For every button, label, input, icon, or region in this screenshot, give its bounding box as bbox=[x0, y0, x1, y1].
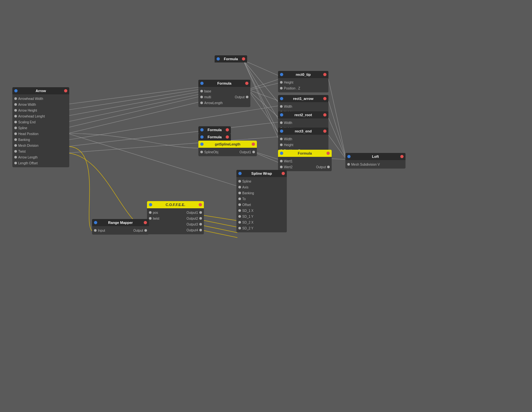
formula-yellow-node[interactable]: Formula Wert1 Wert2 Output bbox=[278, 150, 332, 171]
formula-yellow-left-dot bbox=[280, 152, 283, 155]
port-dot bbox=[280, 166, 283, 168]
splinewrap-title: Spline Wrap bbox=[242, 172, 282, 175]
loft-node[interactable]: Loft Mesh Subdivision V bbox=[345, 153, 406, 169]
loft-port-mesh-subdivision-v: Mesh Subdivision V bbox=[345, 161, 406, 167]
svg-line-8 bbox=[248, 89, 279, 133]
rect3-end-left-dot bbox=[280, 130, 283, 133]
getsplinelength-node[interactable]: getSplineLength SplineObj Output1 bbox=[198, 141, 257, 156]
splinewrap-node[interactable]: Spline Wrap Spline Axis Banking To bbox=[236, 170, 287, 232]
arrow-title: Arrow bbox=[18, 89, 64, 93]
rect3-end-title: rect3_end bbox=[283, 129, 323, 133]
port-dot bbox=[94, 229, 97, 232]
rect2-root-title: rect2_root bbox=[283, 113, 323, 117]
port-dot bbox=[149, 211, 152, 214]
arrow-right-dot bbox=[64, 89, 67, 92]
coffee-right-dot bbox=[199, 203, 202, 206]
formula-yellow-body: Wert1 Wert2 Output bbox=[278, 157, 332, 171]
svg-line-24 bbox=[200, 215, 237, 221]
rangemapper-right-dot bbox=[144, 221, 147, 224]
port-dot bbox=[14, 121, 17, 123]
formula-top-left-dot bbox=[217, 57, 220, 61]
rangemapper-node[interactable]: Range Mapper Input Output bbox=[92, 219, 149, 235]
arrow-node[interactable]: Arrow Arrowhead Width Arrow Width Arrow … bbox=[12, 87, 69, 167]
arrow-port-arrow-height: Arrow Height bbox=[12, 107, 69, 113]
arrow-body: Arrowhead Width Arrow Width Arrow Height… bbox=[12, 94, 69, 167]
rect1-arrow-left-dot bbox=[280, 97, 283, 100]
formula-top-title: Formula bbox=[220, 57, 242, 61]
rect2-root-header: rect2_root bbox=[278, 111, 328, 118]
rect0-tip-right-dot bbox=[323, 73, 326, 76]
svg-line-4 bbox=[68, 97, 199, 128]
port-dot bbox=[238, 203, 241, 206]
loft-body: Mesh Subdivision V bbox=[345, 160, 406, 169]
port-dot bbox=[200, 90, 203, 92]
loft-title: Loft bbox=[351, 155, 400, 158]
rect1-arrow-title: rect1_arrow bbox=[283, 97, 323, 101]
formula-top-header: Formula bbox=[215, 55, 247, 62]
splinewrap-port-banking: Banking bbox=[236, 190, 287, 196]
port-dot bbox=[238, 215, 241, 218]
arrow-port-spline: Spline bbox=[12, 125, 69, 131]
splinewrap-port-spline: Spline bbox=[236, 178, 287, 184]
port-dot bbox=[347, 163, 350, 166]
getsplinelength-title: getSplineLength bbox=[204, 143, 252, 146]
splinewrap-right-dot bbox=[282, 172, 285, 175]
coffee-header: C.O.F.F.E.E. bbox=[147, 201, 204, 208]
getsplinelength-header: getSplineLength bbox=[198, 141, 257, 148]
coffee-body: pos Output1 twist Output2 Output3 bbox=[147, 208, 204, 234]
arrow-left-dot bbox=[14, 89, 18, 92]
rect3-end-right-dot bbox=[323, 130, 326, 133]
formula-a-node[interactable]: Formula bbox=[198, 126, 231, 133]
formula-mid-node[interactable]: Formula base multi Output bbox=[198, 80, 250, 107]
port-dot bbox=[238, 186, 241, 188]
rect3-port-width: Width bbox=[278, 136, 328, 142]
formula-yellow-right-dot bbox=[326, 152, 330, 155]
rect0-port-height: Height bbox=[278, 79, 328, 85]
coffee-node[interactable]: C.O.F.F.E.E. pos Output1 twist bbox=[147, 201, 204, 234]
rect2-root-right-dot bbox=[323, 113, 326, 117]
arrow-port-length-offset: Length Offset bbox=[12, 160, 69, 166]
port-dot bbox=[200, 151, 203, 153]
formula-mid-port-multi: multi Output bbox=[198, 94, 250, 100]
rect0-tip-body: Height Position . Z bbox=[278, 78, 328, 92]
rect3-port-height: Height bbox=[278, 142, 328, 148]
port-dot bbox=[200, 96, 203, 98]
formula-top-node[interactable]: Formula bbox=[215, 55, 247, 62]
port-dot bbox=[280, 160, 283, 162]
loft-right-dot bbox=[400, 155, 404, 158]
formula-mid-body: base multi Output ArrowLength bbox=[198, 87, 250, 107]
svg-line-9 bbox=[243, 60, 279, 76]
port-dot bbox=[252, 151, 255, 153]
svg-line-3 bbox=[68, 94, 199, 122]
arrow-port-scaling-end: Scaling End bbox=[12, 119, 69, 125]
port-dot bbox=[238, 198, 241, 200]
formula-mid-right-dot bbox=[245, 82, 248, 85]
formula-yellow-port-wert1: Wert1 bbox=[278, 158, 332, 164]
port-dot bbox=[238, 180, 241, 183]
port-dot bbox=[14, 156, 17, 158]
rect0-port-positionz: Position . Z bbox=[278, 85, 328, 91]
formula-mid-left-dot bbox=[200, 82, 204, 85]
svg-line-2 bbox=[68, 92, 199, 116]
arrow-port-twist: Twist bbox=[12, 148, 69, 154]
rect0-tip-left-dot bbox=[280, 73, 283, 76]
port-dot bbox=[280, 105, 283, 108]
formula-a-header: Formula bbox=[198, 126, 231, 133]
coffee-title: C.O.F.F.E.E. bbox=[152, 203, 199, 207]
node-canvas[interactable]: Formula Arrow Arrowhead Width Arrow Widt… bbox=[0, 0, 532, 412]
svg-line-25 bbox=[200, 220, 237, 227]
port-dot bbox=[14, 109, 17, 112]
port-dot bbox=[14, 144, 17, 147]
port-dot bbox=[200, 102, 203, 104]
port-dot bbox=[280, 87, 283, 89]
rect0-tip-header: rect0_tip bbox=[278, 71, 328, 78]
formula-yellow-title: Formula bbox=[283, 151, 326, 155]
formula-b-node[interactable]: Formula bbox=[198, 133, 231, 141]
port-dot bbox=[327, 166, 330, 168]
rect0-tip-node[interactable]: rect0_tip Height Position . Z bbox=[278, 71, 328, 92]
port-dot bbox=[246, 96, 248, 98]
coffee-left-dot bbox=[149, 203, 152, 206]
splinewrap-port-to: To bbox=[236, 196, 287, 202]
svg-line-18 bbox=[328, 79, 346, 159]
getsplinelength-right-dot bbox=[252, 143, 255, 146]
